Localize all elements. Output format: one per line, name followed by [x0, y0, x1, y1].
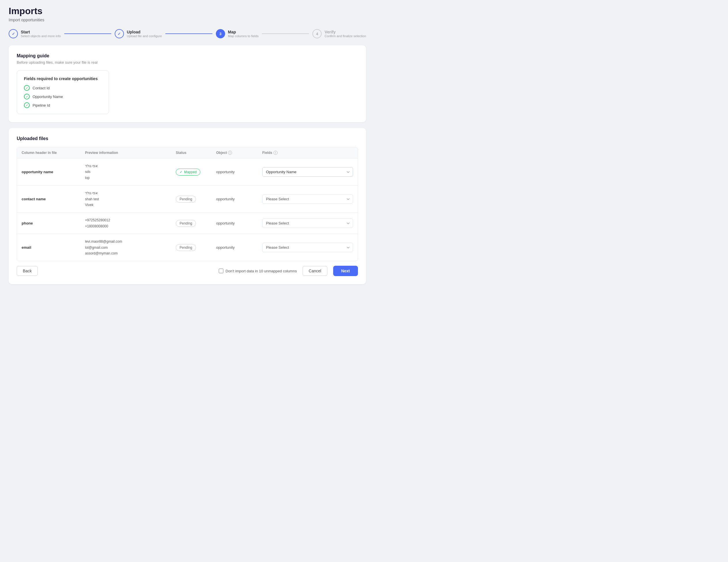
step-start-label: Start: [21, 30, 61, 34]
table-row: opportunity name אפי גולדsdslop ✓ Mapped…: [17, 159, 358, 186]
status-badge-mapped: ✓ Mapped: [176, 169, 200, 176]
step-verify: 4 Verify Confirm and finalize selection: [312, 29, 366, 38]
th-object: Object i: [216, 151, 262, 155]
field-select-3[interactable]: Please Select: [262, 218, 353, 228]
step-upload: ✓ Upload Upload file and configure: [115, 29, 162, 38]
field-select-1[interactable]: Opportunity Name Please Select: [262, 167, 353, 177]
step-start-circle: ✓: [9, 29, 18, 38]
th-column-header: Column header in file: [22, 151, 85, 155]
fields-info-icon[interactable]: i: [274, 151, 278, 155]
status-badge-pending-4: Pending: [176, 244, 196, 251]
col-status-4: Pending: [176, 244, 216, 251]
check-mapped-icon: ✓: [180, 170, 182, 174]
col-preview-3: +972525280012+18008008000: [85, 217, 176, 229]
required-fields-title: Fields required to create opportunities: [24, 76, 102, 81]
step-verify-circle: 4: [312, 29, 322, 38]
step-map-label: Map: [228, 30, 259, 34]
col-status-3: Pending: [176, 220, 216, 227]
mapping-guide-card: Mapping guide Before uploading files, ma…: [9, 45, 366, 122]
required-item-pipeline-id: ✓ Pipeline Id: [24, 102, 102, 108]
uploaded-files-title: Uploaded files: [17, 136, 358, 141]
col-object-2: opportunity: [216, 197, 262, 201]
col-object-3: opportunity: [216, 221, 262, 225]
col-field-2[interactable]: Please Select: [262, 194, 353, 204]
required-item-contact-id: ✓ Contact Id: [24, 85, 102, 91]
uploaded-files-card: Uploaded files Column header in file Pre…: [9, 128, 366, 284]
step-line-3: [262, 33, 309, 34]
required-label-opportunity-name: Opportunity Name: [33, 95, 63, 99]
cancel-button[interactable]: Cancel: [303, 266, 327, 276]
col-field-4[interactable]: Please Select: [262, 243, 353, 252]
unmapped-checkbox[interactable]: [219, 269, 223, 273]
step-map-circle: 3: [216, 29, 225, 38]
col-status-1: ✓ Mapped: [176, 169, 216, 176]
col-preview-4: levi.maor88@gmail.comlol@gmail.comassord…: [85, 239, 176, 256]
mapping-guide-subtitle: Before uploading files, make sure your f…: [17, 60, 358, 65]
step-map-desc: Map columns to fields: [228, 34, 259, 38]
col-header-4: email: [22, 245, 85, 250]
mapping-guide-title: Mapping guide: [17, 53, 358, 59]
required-label-pipeline-id: Pipeline Id: [33, 103, 50, 108]
th-status: Status: [176, 151, 216, 155]
th-preview: Preview information: [85, 151, 176, 155]
bottom-bar: Back Don't import data in 10 unmapped co…: [17, 261, 358, 276]
field-select-4[interactable]: Please Select: [262, 243, 353, 252]
next-button[interactable]: Next: [333, 266, 358, 276]
check-icon-opportunity-name: ✓: [24, 94, 30, 99]
col-status-2: Pending: [176, 196, 216, 203]
mapping-table: Column header in file Preview informatio…: [17, 147, 358, 261]
step-line-2: [165, 33, 212, 34]
col-field-1[interactable]: Opportunity Name Please Select: [262, 167, 353, 177]
back-button[interactable]: Back: [17, 266, 38, 276]
col-header-3: phone: [22, 221, 85, 225]
step-map: 3 Map Map columns to fields: [216, 29, 259, 38]
status-badge-pending-2: Pending: [176, 196, 196, 203]
unmapped-check-label[interactable]: Don't import data in 10 unmapped columns: [219, 269, 297, 273]
table-row: phone +972525280012+18008008000 Pending …: [17, 213, 358, 234]
table-header: Column header in file Preview informatio…: [17, 147, 358, 159]
col-object-4: opportunity: [216, 245, 262, 250]
bottom-right-actions: Don't import data in 10 unmapped columns…: [219, 266, 358, 276]
step-verify-label: Verify: [325, 30, 366, 34]
col-preview-2: אפי גולדshah testVivek: [85, 190, 176, 208]
table-row: contact name אפי גולדshah testVivek Pend…: [17, 186, 358, 213]
step-verify-desc: Confirm and finalize selection: [325, 34, 366, 38]
th-fields: Fields i: [262, 151, 353, 155]
status-badge-pending-3: Pending: [176, 220, 196, 227]
object-info-icon[interactable]: i: [228, 151, 232, 155]
col-object-1: opportunity: [216, 170, 262, 174]
check-icon-pipeline-id: ✓: [24, 102, 30, 108]
page-title: Imports: [9, 6, 366, 16]
check-icon-contact-id: ✓: [24, 85, 30, 91]
required-fields-box: Fields required to create opportunities …: [17, 70, 109, 114]
col-header-2: contact name: [22, 197, 85, 201]
field-select-2[interactable]: Please Select: [262, 194, 353, 204]
step-line-1: [64, 33, 111, 34]
unmapped-check-text: Don't import data in 10 unmapped columns: [226, 269, 297, 273]
step-upload-circle: ✓: [115, 29, 124, 38]
page-subtitle: Import opportunities: [9, 18, 366, 22]
step-upload-desc: Upload file and configure: [127, 34, 162, 38]
col-header-1: opportunity name: [22, 170, 85, 174]
step-upload-label: Upload: [127, 30, 162, 34]
step-start: ✓ Start Select objects and more info: [9, 29, 61, 38]
required-item-opportunity-name: ✓ Opportunity Name: [24, 94, 102, 99]
col-preview-1: אפי גולדsdslop: [85, 163, 176, 181]
step-start-desc: Select objects and more info: [21, 34, 61, 38]
col-field-3[interactable]: Please Select: [262, 218, 353, 228]
required-label-contact-id: Contact Id: [33, 86, 50, 90]
stepper: ✓ Start Select objects and more info ✓ U…: [9, 29, 366, 38]
table-row: email levi.maor88@gmail.comlol@gmail.com…: [17, 234, 358, 261]
